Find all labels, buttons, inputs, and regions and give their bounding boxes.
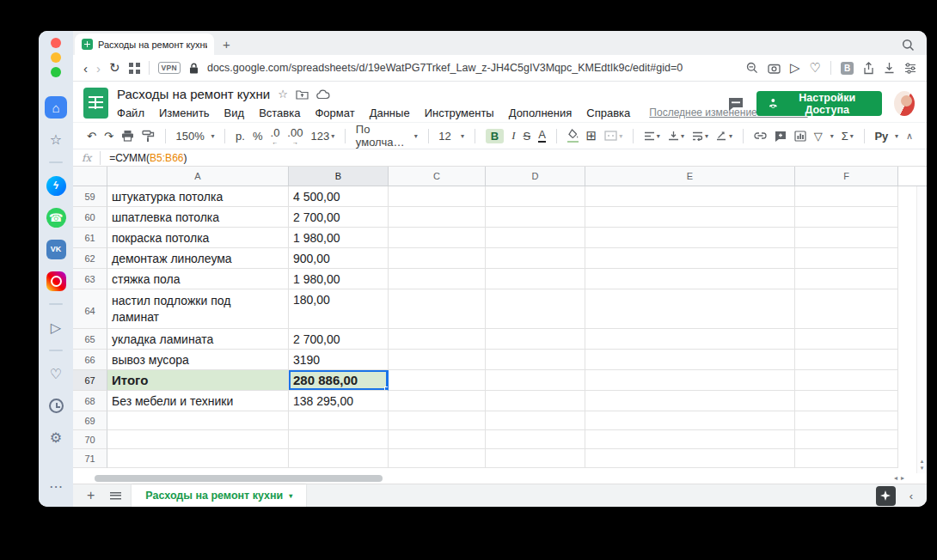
cell-C67[interactable] [389,370,486,391]
cell-C71[interactable] [389,449,486,468]
cell-D70[interactable] [486,430,585,449]
tableau-grid-icon[interactable] [129,63,140,74]
cell-D65[interactable] [486,329,585,350]
column-header-C[interactable]: C [389,167,486,186]
cell-E61[interactable] [585,228,795,248]
insert-comment-icon[interactable] [775,131,787,142]
cell-F70[interactable] [795,430,898,449]
search-icon[interactable] [902,39,915,55]
cell-E68[interactable] [585,391,795,411]
row-header-59[interactable]: 59 [73,186,107,207]
select-all-corner[interactable] [73,167,107,186]
cell-D62[interactable] [486,248,585,269]
cell-E66[interactable] [585,350,795,370]
text-wrap-icon[interactable]: ▾ [692,131,708,141]
cell-C60[interactable] [389,207,486,228]
functions-sum-icon[interactable]: Σ▾ [842,130,854,143]
font-select[interactable]: По умолча… ▾ [356,123,418,149]
menu-3[interactable]: Вид [224,107,245,119]
formula-bar[interactable]: fx =СУММ(B5:B66) [73,149,927,167]
text-color-button[interactable]: A [538,129,546,143]
horizontal-scrollbar[interactable]: ◂ ▸ [73,473,916,484]
cell-A68[interactable]: Без мебели и техники [107,391,289,411]
input-tools-button[interactable]: Ру ▾ [874,130,898,143]
increase-decimals-button[interactable]: .00→ [287,127,303,145]
scroll-down-icon[interactable]: ▾ [921,465,924,472]
document-title[interactable]: Расходы на ремонт кухни [117,87,270,101]
cell-F60[interactable] [795,207,898,228]
star-document-icon[interactable]: ☆ [278,88,288,100]
cell-D69[interactable] [486,411,585,430]
cell-E62[interactable] [585,248,795,269]
cell-F63[interactable] [795,269,898,289]
menu-7[interactable]: Инструменты [425,107,494,119]
add-sheet-icon[interactable]: + [82,488,100,503]
font-size-select[interactable]: 12 ▾ [438,130,464,143]
cell-A63[interactable]: стяжка пола [107,269,289,289]
cell-A59[interactable]: штукатурка потолка [107,186,289,207]
cell-C61[interactable] [389,228,486,248]
fill-color-icon[interactable] [567,129,579,143]
cell-A70[interactable] [107,430,289,449]
active-sheet-tab[interactable]: Расходы на ремонт кухни ▾ [132,484,306,508]
scroll-left-icon[interactable]: ◂ [894,474,897,482]
cell-C59[interactable] [389,186,486,207]
minimize-window-button[interactable] [51,52,61,63]
cell-B62[interactable]: 900,00 [289,248,389,269]
cell-D61[interactable] [486,228,585,248]
row-header-61[interactable]: 61 [73,228,107,248]
redo-icon[interactable]: ↷ [104,130,113,143]
italic-button[interactable]: I [511,129,515,143]
cell-D63[interactable] [486,269,585,289]
bookmarks-badge-icon[interactable]: B [841,62,854,75]
lock-icon[interactable] [189,63,199,74]
vertical-align-icon[interactable]: ▾ [668,131,684,141]
share-access-button[interactable]: Настройки Доступа [756,91,882,116]
cell-F67[interactable] [795,370,898,391]
row-header-65[interactable]: 65 [73,329,107,350]
cell-E59[interactable] [585,186,795,207]
insert-chart-icon[interactable] [794,131,806,142]
cell-B67[interactable]: 280 886,00 [289,370,389,391]
cell-E63[interactable] [585,269,795,289]
cell-F71[interactable] [795,449,898,468]
send-page-icon[interactable]: ▷ [790,60,800,76]
cell-A71[interactable] [107,449,289,468]
cell-B64[interactable]: 180,00 [289,289,389,329]
fill-handle[interactable] [384,387,389,391]
collapse-toolbar-icon[interactable]: ∧ [906,131,920,142]
cell-A69[interactable] [107,411,289,430]
horizontal-scrollbar-thumb[interactable] [95,475,383,482]
cell-B63[interactable]: 1 980,00 [289,269,389,289]
tuner-settings-icon[interactable] [904,63,916,74]
cloud-status-icon[interactable] [316,89,330,100]
cell-E69[interactable] [585,411,795,430]
text-rotation-icon[interactable]: ▾ [716,131,732,141]
history-clock-icon[interactable] [45,394,67,417]
decrease-decimals-button[interactable]: .0← [271,127,280,145]
explore-button[interactable] [876,486,896,506]
menu-9[interactable]: Справка [586,107,630,119]
cell-A65[interactable]: укладка ламината [107,329,289,350]
row-header-70[interactable]: 70 [73,430,107,449]
row-header-62[interactable]: 62 [73,248,107,269]
strikethrough-button[interactable]: S [524,130,531,143]
cell-F61[interactable] [795,228,898,248]
favorites-star-icon[interactable]: ☆ [45,128,67,150]
column-header-D[interactable]: D [486,167,585,186]
cell-E71[interactable] [585,449,795,468]
cell-E67[interactable] [585,370,795,391]
cell-A64[interactable]: настил подложки под ламинат [107,289,289,329]
screenshot-camera-icon[interactable] [768,63,781,74]
send-icon[interactable]: ▷ [45,316,67,338]
merge-cells-icon[interactable]: ▾ [604,131,622,141]
cell-C64[interactable] [389,289,486,329]
cell-B59[interactable]: 4 500,00 [289,186,389,207]
home-icon[interactable]: ⌂ [45,96,67,119]
cell-D59[interactable] [486,186,585,207]
cell-F62[interactable] [795,248,898,269]
cell-A61[interactable]: покраска потолка [107,228,289,248]
close-window-button[interactable] [51,38,61,48]
avatar[interactable] [894,91,915,116]
cell-F68[interactable] [795,391,898,411]
